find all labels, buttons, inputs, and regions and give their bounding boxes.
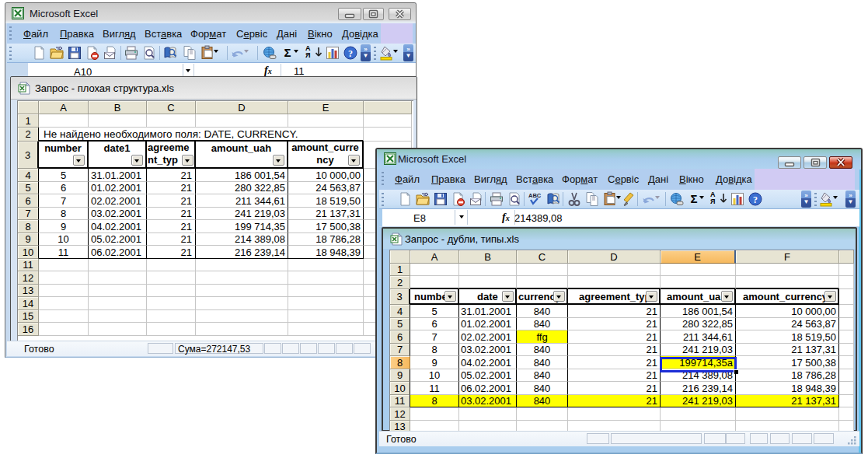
svg-text:?: ?	[348, 48, 353, 59]
svg-text:ABC: ABC	[528, 192, 542, 199]
svg-text:?: ?	[753, 194, 758, 205]
